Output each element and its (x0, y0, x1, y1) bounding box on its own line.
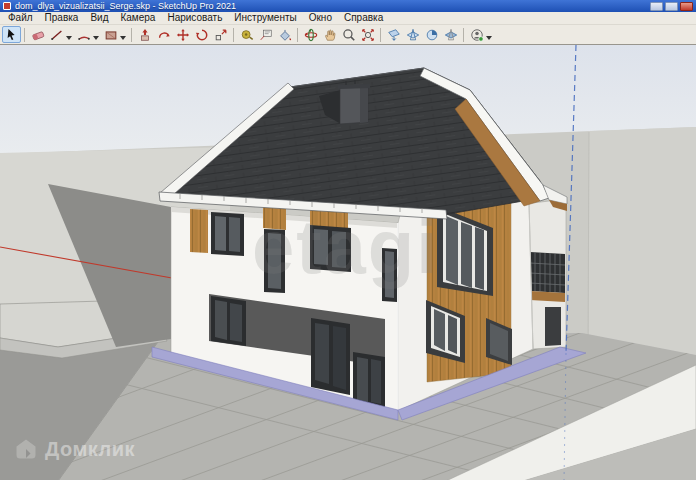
menu-tools[interactable]: Инструменты (228, 12, 302, 24)
toolbar-separator (131, 28, 132, 42)
wood-accent (190, 209, 208, 253)
scale-tool-button[interactable] (211, 26, 230, 43)
tape-measure-tool-button[interactable] (237, 26, 256, 43)
menu-camera[interactable]: Камера (114, 12, 161, 24)
front-window-6 (311, 318, 350, 395)
section-plane-button[interactable] (384, 26, 403, 43)
menu-file[interactable]: Файл (2, 12, 39, 24)
menu-window[interactable]: Окно (303, 12, 338, 24)
pencil-line-icon (50, 28, 64, 42)
window-controls (650, 2, 693, 11)
move-tool-button[interactable] (173, 26, 192, 43)
display-section-cuts-icon (425, 28, 439, 42)
rectangle-tool-button[interactable] (101, 26, 120, 43)
zoom-extents-button[interactable] (358, 26, 377, 43)
display-section-planes-icon (406, 28, 420, 42)
display-section-cuts-button[interactable] (422, 26, 441, 43)
paint-bucket-icon (278, 28, 292, 42)
paint-bucket-tool-button[interactable] (275, 26, 294, 43)
scene-svg (0, 45, 696, 480)
menu-bar: Файл Правка Вид Камера Нарисовать Инстру… (0, 12, 696, 25)
toolbar-separator (233, 28, 234, 42)
rectangle-icon (104, 28, 118, 42)
line-tool-dropdown[interactable] (66, 36, 72, 40)
toolbar-separator (24, 28, 25, 42)
arc-tool-button[interactable] (74, 26, 93, 43)
maximize-button[interactable] (665, 2, 678, 11)
front-window-3 (310, 225, 351, 272)
follow-me-icon (157, 28, 171, 42)
title-bar: dom_dlya_vizualizatsii_Serge.skp - Sketc… (0, 0, 696, 12)
orbit-tool-button[interactable] (301, 26, 320, 43)
account-icon (470, 28, 484, 42)
toolbar-separator (463, 28, 464, 42)
section-plane-icon (387, 28, 401, 42)
account-button[interactable] (467, 26, 486, 43)
menu-draw[interactable]: Нарисовать (161, 12, 228, 24)
display-section-fill-icon (444, 28, 458, 42)
rotate-icon (195, 28, 209, 42)
pan-hand-icon (323, 28, 337, 42)
push-pull-icon (138, 28, 152, 42)
follow-me-tool-button[interactable] (154, 26, 173, 43)
move-icon (176, 28, 190, 42)
menu-help[interactable]: Справка (338, 12, 389, 24)
arc-icon (77, 28, 91, 42)
eraser-icon (31, 28, 45, 42)
toolbar (0, 25, 696, 44)
display-section-fill-button[interactable] (441, 26, 460, 43)
zoom-extents-icon (361, 28, 375, 42)
toolbar-separator (380, 28, 381, 42)
select-arrow-icon (5, 28, 19, 42)
rectangle-tool-dropdown[interactable] (120, 36, 126, 40)
sketchup-app-icon (3, 2, 11, 10)
line-tool-button[interactable] (47, 26, 66, 43)
front-window-1 (211, 212, 244, 256)
menu-edit[interactable]: Правка (39, 12, 85, 24)
orbit-icon (304, 28, 318, 42)
magnifier-icon (342, 28, 356, 42)
window-title: dom_dlya_vizualizatsii_Serge.skp - Sketc… (15, 1, 650, 11)
eraser-tool-button[interactable] (28, 26, 47, 43)
front-window-5 (211, 296, 246, 346)
scale-icon (214, 28, 228, 42)
viewport-3d-scene[interactable]: etagi Домклик (0, 44, 696, 480)
front-window-2 (264, 229, 285, 293)
push-pull-tool-button[interactable] (135, 26, 154, 43)
rotate-tool-button[interactable] (192, 26, 211, 43)
text-label-icon (259, 28, 273, 42)
toolbar-separator (297, 28, 298, 42)
minimize-button[interactable] (650, 2, 663, 11)
dimension-text-tool-button[interactable] (256, 26, 275, 43)
display-section-planes-button[interactable] (403, 26, 422, 43)
account-dropdown[interactable] (486, 36, 492, 40)
zoom-tool-button[interactable] (339, 26, 358, 43)
select-tool-button[interactable] (2, 26, 21, 43)
pan-tool-button[interactable] (320, 26, 339, 43)
close-button[interactable] (680, 2, 693, 11)
tape-measure-icon (240, 28, 254, 42)
menu-view[interactable]: Вид (84, 12, 114, 24)
arc-tool-dropdown[interactable] (93, 36, 99, 40)
front-window-4 (382, 248, 397, 302)
